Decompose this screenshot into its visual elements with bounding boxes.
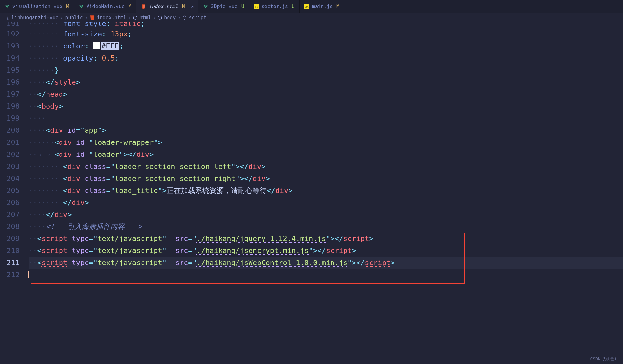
tab-main-js[interactable]: JS main.js M (300, 0, 344, 13)
cube-icon: ⬡ (158, 15, 162, 20)
cube-icon: ⬡ (133, 15, 137, 20)
crumb-html[interactable]: html (139, 15, 151, 20)
tab-index-html[interactable]: index.html M × (136, 0, 198, 13)
tab-3dpie[interactable]: 3Dpie.vue U (198, 0, 249, 13)
tab-label: index.html (149, 4, 178, 9)
color-swatch (93, 42, 100, 49)
editor-tabs: visualization.vue M VideoMain.vue M inde… (0, 0, 623, 13)
line-gutter: 191 192193194 195196197 198199200 201202… (0, 22, 29, 364)
watermark: CSDN @顾念i. (590, 356, 619, 362)
svg-text:JS: JS (305, 5, 308, 8)
js-icon: JS (254, 4, 259, 9)
close-icon[interactable]: × (191, 4, 194, 9)
crumb-folder[interactable]: public (65, 15, 83, 20)
tab-visualization[interactable]: visualization.vue M (0, 0, 74, 13)
tab-status: U (292, 4, 295, 9)
html-icon (90, 15, 95, 20)
tab-status: M (129, 4, 131, 9)
breadcrumb: ◎ linhuoganzhi-vue › public › index.html… (0, 13, 623, 22)
vue-icon (203, 4, 208, 9)
tab-status: U (241, 4, 244, 9)
cube-icon: ⬡ (183, 15, 187, 20)
svg-text:JS: JS (255, 5, 258, 8)
tab-videomain[interactable]: VideoMain.vue M (74, 0, 136, 13)
code-area[interactable]: ········font-style: italic; ········font… (29, 22, 623, 364)
tab-label: VideoMain.vue (87, 4, 125, 9)
vue-icon (5, 4, 10, 9)
tab-status: M (66, 4, 69, 9)
tab-label: visualization.vue (12, 4, 62, 9)
tab-sector-js[interactable]: JS sector.js U (249, 0, 300, 13)
text-cursor (28, 271, 29, 278)
tab-status: M (182, 4, 185, 9)
vue-icon (79, 4, 84, 9)
target-icon: ◎ (7, 15, 9, 20)
tab-label: 3Dpie.vue (211, 4, 237, 9)
html-icon (141, 4, 146, 9)
crumb-file[interactable]: index.html (97, 15, 126, 20)
tab-label: main.js (312, 4, 332, 9)
tab-status: M (336, 4, 339, 9)
editor-main: 191 192193194 195196197 198199200 201202… (0, 22, 623, 364)
crumb-body[interactable]: body (164, 15, 176, 20)
crumb-script[interactable]: script (189, 15, 206, 20)
tab-label: sector.js (262, 4, 288, 9)
crumb-root[interactable]: linhuoganzhi-vue (11, 15, 59, 20)
js-icon: JS (304, 4, 309, 9)
